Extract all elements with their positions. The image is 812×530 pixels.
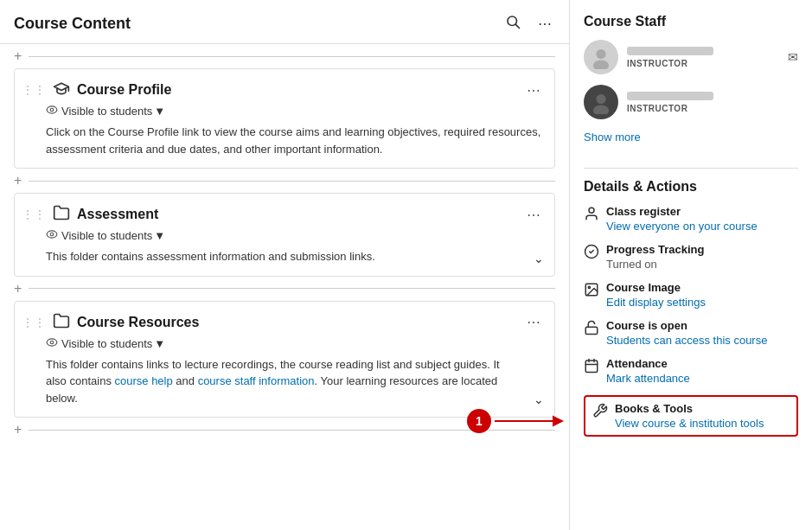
wrench-icon: [592, 403, 608, 422]
drag-handle-2[interactable]: ⋮⋮: [22, 208, 46, 221]
right-panel: Course Staff INSTRUCTOR ✉: [570, 0, 812, 530]
course-help-link[interactable]: course help: [115, 374, 173, 387]
course-resources-collapse-button[interactable]: ⌄: [534, 393, 544, 406]
search-button[interactable]: [502, 12, 524, 35]
progress-tracking-status: Turned on: [606, 258, 704, 271]
course-open-item: Course is open Students can access this …: [584, 319, 798, 347]
visibility-dropdown-resources[interactable]: Visible to students ▼: [61, 337, 165, 350]
svg-point-5: [50, 233, 54, 236]
course-staff-title: Course Staff: [584, 14, 798, 29]
staff-info-2: INSTRUCTOR: [627, 92, 798, 113]
visibility-dropdown-profile[interactable]: Visible to students ▼: [61, 105, 165, 118]
staff-role-2: INSTRUCTOR: [627, 104, 798, 113]
svg-point-10: [596, 49, 605, 59]
course-resources-title: Course Resources: [77, 315, 199, 330]
staff-item-1: INSTRUCTOR ✉: [584, 40, 798, 74]
email-icon-1[interactable]: ✉: [788, 50, 798, 64]
progress-tracking-content: Progress Tracking Turned on: [606, 243, 704, 271]
details-actions-section: Details & Actions Class register View ev…: [584, 179, 798, 437]
add-content-button-bottom[interactable]: +: [14, 423, 22, 437]
svg-point-2: [47, 106, 57, 113]
course-resources-description: This folder contains links to lecture re…: [46, 356, 544, 407]
course-profile-menu-button[interactable]: ⋯: [523, 80, 544, 100]
assessment-menu-button[interactable]: ⋯: [523, 205, 544, 225]
svg-point-17: [588, 286, 590, 288]
assessment-description: This folder contains assessment informat…: [46, 248, 544, 265]
assessment-left: ⋮⋮ Assessment: [22, 204, 158, 225]
course-staff-link[interactable]: course staff information: [198, 374, 315, 387]
course-content-header: Course Content ⋯: [0, 0, 569, 44]
books-tools-label: Books & Tools: [615, 402, 764, 415]
books-tools-link[interactable]: View course & institution tools: [615, 417, 764, 430]
books-tools-content: Books & Tools View course & institution …: [615, 402, 764, 430]
course-profile-visibility: Visible to students ▼: [46, 104, 544, 118]
class-register-link[interactable]: View everyone on your course: [606, 220, 758, 233]
staff-name-bar-2: [627, 92, 713, 100]
attendance-content: Attendance Mark attendance: [606, 357, 690, 385]
attendance-item: Attendance Mark attendance: [584, 357, 798, 385]
add-content-button-2[interactable]: +: [14, 174, 22, 188]
books-tools-item: Books & Tools View course & institution …: [584, 395, 798, 437]
add-content-button-3[interactable]: +: [14, 282, 22, 296]
staff-info-1: INSTRUCTOR: [627, 47, 779, 68]
course-content-title: Course Content: [14, 15, 131, 33]
course-profile-header: ⋮⋮ Course Profile ⋯: [22, 80, 544, 100]
assessment-collapse-button[interactable]: ⌄: [534, 252, 544, 265]
step-badge: 1: [467, 409, 491, 433]
svg-point-12: [596, 94, 605, 104]
course-profile-item: ⋮⋮ Course Profile ⋯: [14, 68, 555, 169]
visibility-dropdown-assessment[interactable]: Visible to students ▼: [61, 229, 165, 242]
lock-open-icon: [584, 320, 599, 339]
graduation-cap-icon: [53, 80, 70, 100]
staff-role-1: INSTRUCTOR: [627, 59, 779, 68]
course-profile-description: Click on the Course Profile link to view…: [46, 124, 544, 157]
svg-point-14: [589, 208, 594, 213]
details-actions-title: Details & Actions: [584, 179, 798, 195]
drag-handle-3[interactable]: ⋮⋮: [22, 316, 46, 329]
show-more-link[interactable]: Show more: [584, 131, 641, 144]
course-image-link[interactable]: Edit display settings: [606, 296, 706, 309]
avatar-2: [584, 85, 618, 119]
course-image-label: Course Image: [606, 281, 706, 294]
svg-point-13: [593, 105, 609, 115]
chevron-down-icon-2: ▼: [154, 229, 165, 242]
assessment-title: Assessment: [77, 207, 158, 222]
person-icon: [584, 206, 599, 225]
svg-rect-19: [585, 361, 598, 373]
arrow-svg: [491, 412, 569, 431]
svg-point-6: [47, 338, 57, 345]
progress-tracking-item: Progress Tracking Turned on: [584, 243, 798, 271]
svg-point-7: [50, 341, 54, 344]
badge-arrow-group: 1: [467, 409, 569, 433]
assessment-item: ⋮⋮ Assessment ⋯: [14, 193, 555, 277]
course-profile-title: Course Profile: [77, 82, 171, 98]
more-options-button[interactable]: ⋯: [534, 14, 555, 34]
course-resources-menu-button[interactable]: ⋯: [523, 312, 544, 332]
svg-point-3: [50, 108, 54, 112]
staff-item-2: INSTRUCTOR: [584, 85, 798, 119]
eye-icon-2: [46, 228, 58, 243]
course-open-label: Course is open: [606, 319, 767, 332]
chevron-down-icon-3: ▼: [154, 337, 165, 350]
add-row-3: +: [0, 277, 569, 301]
folder-icon-2: [53, 312, 70, 333]
bottom-section: + 1: [0, 418, 569, 442]
course-image-item: Course Image Edit display settings: [584, 281, 798, 309]
course-content-panel: Course Content ⋯ + ⋮⋮: [0, 0, 570, 530]
svg-rect-18: [585, 327, 598, 334]
class-register-label: Class register: [606, 205, 758, 218]
course-open-link[interactable]: Students can access this course: [606, 334, 767, 347]
svg-point-11: [593, 61, 609, 70]
progress-tracking-label: Progress Tracking: [606, 243, 704, 256]
course-resources-visibility: Visible to students ▼: [46, 336, 544, 351]
divider-line-3: [29, 288, 555, 289]
attendance-link[interactable]: Mark attendance: [606, 372, 690, 385]
folder-icon: [53, 204, 70, 225]
class-register-content: Class register View everyone on your cou…: [606, 205, 758, 233]
drag-handle[interactable]: ⋮⋮: [22, 83, 46, 97]
divider-line-2: [29, 181, 555, 182]
class-register-item: Class register View everyone on your cou…: [584, 205, 798, 233]
add-content-button-top[interactable]: +: [14, 49, 22, 63]
course-image-content: Course Image Edit display settings: [606, 281, 706, 309]
avatar-1: [584, 40, 618, 74]
